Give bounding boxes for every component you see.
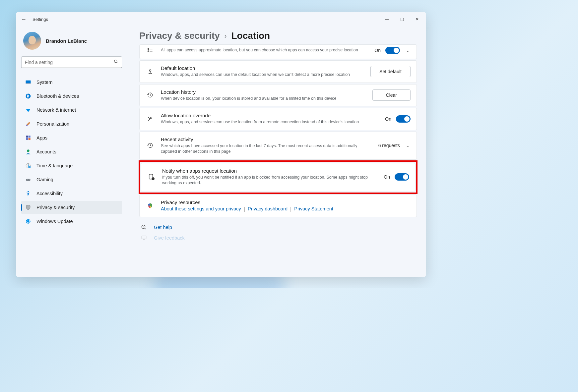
svg-rect-3 (26, 83, 31, 84)
sidebar: Brandon LeBlanc System (16, 27, 127, 277)
bluetooth-icon (25, 93, 31, 99)
arrows-cross-icon (146, 116, 155, 122)
apps-icon (25, 135, 31, 141)
svg-rect-28 (142, 236, 146, 239)
give-feedback-link[interactable]: Give feedback (139, 235, 417, 241)
nav-accounts[interactable]: Accounts (21, 145, 122, 158)
svg-text:i: i (153, 178, 153, 180)
notify-title: Notify when apps request location (162, 168, 378, 174)
resources-title: Privacy resources (161, 199, 411, 205)
feedback-label: Give feedback (154, 235, 185, 241)
override-toggle[interactable] (396, 115, 411, 123)
nav-network[interactable]: Network & internet (21, 103, 122, 117)
toggle-list-icon (146, 47, 155, 54)
resources-row: Privacy resources About these settings a… (139, 195, 417, 217)
nav-accessibility[interactable]: Accessibility (21, 187, 122, 200)
nav-label: Network & internet (36, 107, 76, 113)
svg-line-27 (145, 228, 146, 229)
wifi-icon (25, 107, 31, 113)
nav-label: Apps (36, 135, 47, 140)
breadcrumb-parent[interactable]: Privacy & security (139, 30, 220, 41)
back-button[interactable]: ← (19, 14, 29, 25)
clear-button[interactable]: Clear (372, 89, 411, 101)
close-button[interactable]: ✕ (410, 14, 425, 25)
person-icon (25, 149, 31, 155)
approx-desc: All apps can access approximate location… (161, 47, 368, 53)
svg-point-17 (148, 48, 149, 49)
nav-label: Privacy & security (36, 205, 75, 210)
monitor-icon (25, 79, 31, 85)
svg-point-21 (150, 70, 151, 71)
maximize-button[interactable]: ▢ (394, 14, 410, 25)
nav-label: Time & language (36, 163, 73, 168)
default-desc: Windows, apps, and services can use the … (161, 72, 364, 78)
privacy-statement-link[interactable]: Privacy Statement (294, 206, 333, 212)
nav-privacy[interactable]: Privacy & security (21, 201, 122, 214)
settings-window: ← Settings — ▢ ✕ Brandon LeBlanc (16, 12, 426, 277)
get-help-link[interactable]: Get help (139, 224, 417, 230)
svg-line-1 (117, 62, 118, 63)
default-location-row: Default location Windows, apps, and serv… (139, 60, 417, 83)
nav-label: Gaming (36, 177, 53, 182)
nav-personalization[interactable]: Personalization (21, 117, 122, 131)
svg-point-26 (143, 228, 144, 228)
history-row: Location history When device location is… (139, 84, 417, 107)
accessibility-icon (25, 191, 31, 196)
app-title: Settings (32, 17, 48, 22)
svg-point-13 (27, 180, 28, 180)
titlebar: ← Settings — ▢ ✕ (16, 12, 426, 27)
search-input[interactable] (25, 60, 114, 65)
nav-gaming[interactable]: Gaming (21, 173, 122, 186)
nav-time[interactable]: Time & language (21, 159, 122, 172)
main-content: Privacy & security › Location All apps c… (127, 27, 426, 277)
help-icon (139, 224, 149, 230)
svg-rect-12 (26, 179, 31, 181)
nav-label: Accessibility (36, 191, 63, 196)
history-icon (146, 142, 155, 149)
history-icon (146, 92, 155, 98)
avatar (23, 32, 41, 50)
recent-activity-row[interactable]: Recent activity See which apps have acce… (139, 132, 417, 160)
nav-label: Windows Update (36, 219, 73, 224)
about-settings-link[interactable]: About these settings and your privacy (161, 206, 241, 212)
update-icon (25, 218, 31, 224)
shield-icon (25, 204, 31, 210)
notify-desc: If you turn this off, you won't be notif… (162, 175, 378, 186)
window-controls: — ▢ ✕ (379, 14, 425, 25)
feedback-icon (139, 235, 149, 241)
notify-location-icon: i (147, 173, 156, 181)
nav-apps[interactable]: Apps (21, 131, 122, 144)
override-row: Allow location override Windows, apps, a… (139, 108, 417, 130)
map-pin-icon (146, 68, 155, 75)
override-title: Allow location override (161, 113, 379, 118)
notify-toggle[interactable] (395, 173, 409, 181)
nav-bluetooth[interactable]: Bluetooth & devices (21, 89, 122, 103)
approx-state: On (374, 48, 381, 53)
svg-rect-5 (26, 136, 28, 138)
nav-update[interactable]: Windows Update (21, 215, 122, 228)
gamepad-icon (25, 177, 31, 183)
page-title: Location (231, 30, 270, 41)
override-state: On (385, 116, 391, 122)
recent-title: Recent activity (161, 137, 372, 142)
approx-toggle[interactable] (385, 47, 400, 54)
privacy-dashboard-link[interactable]: Privacy dashboard (248, 206, 288, 212)
notify-row: i Notify when apps request location If y… (141, 163, 416, 191)
profile[interactable]: Brandon LeBlanc (23, 32, 122, 50)
chevron-down-icon[interactable]: ⌄ (405, 48, 411, 53)
recent-desc: See which apps have accessed your locati… (161, 143, 372, 155)
nav-label: Bluetooth & devices (36, 93, 79, 99)
svg-point-19 (148, 51, 149, 52)
search-box[interactable] (21, 56, 122, 68)
nav-system[interactable]: System (21, 76, 122, 89)
nav-label: System (36, 80, 52, 85)
minimize-button[interactable]: — (379, 14, 394, 25)
svg-rect-8 (29, 138, 31, 140)
set-default-button[interactable]: Set default (370, 66, 411, 77)
notify-state: On (384, 174, 390, 180)
username: Brandon LeBlanc (46, 38, 87, 44)
approx-location-row[interactable]: All apps can access approximate location… (139, 44, 417, 59)
nav-label: Personalization (36, 121, 69, 127)
svg-point-9 (27, 149, 30, 152)
chevron-down-icon[interactable]: ⌄ (405, 143, 411, 148)
